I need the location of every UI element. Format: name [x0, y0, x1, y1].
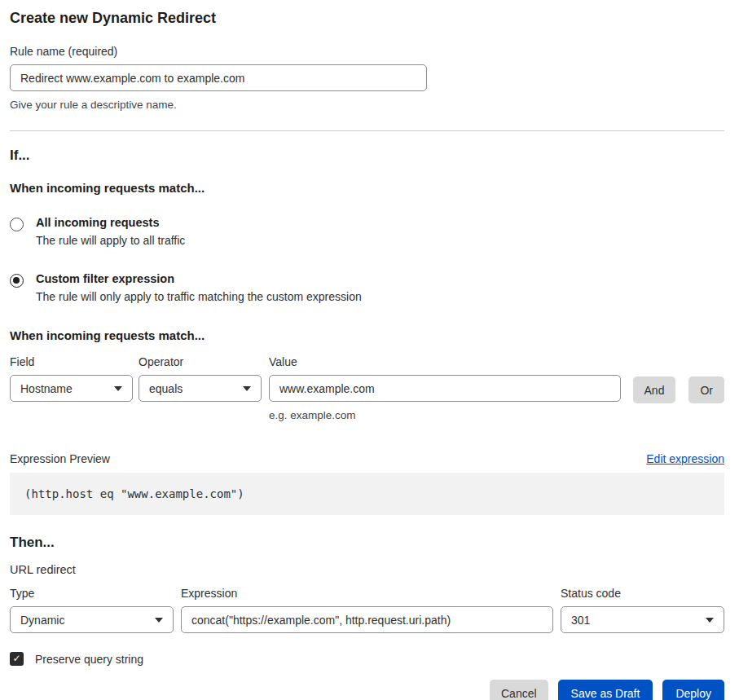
- if-heading: If...: [10, 147, 724, 164]
- rule-name-group: Rule name (required) Give your rule a de…: [10, 45, 724, 111]
- redirect-expression-input[interactable]: [181, 606, 553, 633]
- page-title: Create new Dynamic Redirect: [10, 10, 724, 27]
- rule-name-label: Rule name (required): [10, 45, 724, 58]
- type-label: Type: [10, 587, 174, 600]
- field-select[interactable]: Hostname: [10, 375, 133, 402]
- radio-option-text: Custom filter expression The rule will o…: [36, 272, 362, 303]
- chevron-down-icon: [114, 386, 122, 391]
- rule-name-help: Give your rule a descriptive name.: [10, 99, 724, 111]
- field-column: Field Hostname: [10, 355, 133, 402]
- expression-preview-code: (http.host eq "www.example.com"): [10, 473, 724, 515]
- filter-builder-row: Field Hostname Operator equals Value e.g…: [10, 355, 724, 421]
- and-button[interactable]: And: [633, 376, 676, 403]
- radio-unchecked-icon[interactable]: [10, 218, 24, 231]
- section-divider: [10, 130, 724, 131]
- preserve-query-string-option[interactable]: ✓ Preserve query string: [10, 652, 724, 666]
- type-select-value: Dynamic: [20, 614, 64, 627]
- status-code-column: Status code 301: [561, 587, 724, 633]
- redirect-config-row: Type Dynamic Expression Status code 301: [10, 587, 724, 633]
- operator-select-value: equals: [149, 382, 183, 395]
- chevron-down-icon: [243, 386, 251, 391]
- value-input[interactable]: [269, 375, 621, 402]
- chevron-down-icon: [706, 618, 714, 623]
- status-code-label: Status code: [561, 587, 724, 600]
- operator-select[interactable]: equals: [139, 375, 262, 402]
- chevron-down-icon: [155, 618, 163, 623]
- checkbox-checked-icon[interactable]: ✓: [10, 652, 24, 666]
- value-help: e.g. example.com: [269, 409, 621, 421]
- preserve-query-string-label: Preserve query string: [35, 653, 143, 666]
- or-button[interactable]: Or: [688, 376, 724, 403]
- radio-option-label: All incoming requests: [36, 216, 185, 229]
- save-as-draft-button[interactable]: Save as Draft: [558, 680, 653, 700]
- radio-option-all-requests[interactable]: All incoming requests The rule will appl…: [10, 216, 724, 247]
- deploy-button[interactable]: Deploy: [662, 680, 724, 700]
- expression-preview-header: Expression Preview Edit expression: [10, 452, 724, 465]
- then-heading: Then...: [10, 535, 724, 551]
- expression-column: Expression: [181, 587, 553, 633]
- status-code-select[interactable]: 301: [561, 606, 724, 633]
- field-select-value: Hostname: [20, 382, 73, 395]
- expression-preview-label: Expression Preview: [10, 452, 110, 465]
- type-column: Type Dynamic: [10, 587, 174, 633]
- radio-checked-icon[interactable]: [10, 274, 24, 288]
- radio-option-text: All incoming requests The rule will appl…: [36, 216, 185, 247]
- radio-option-description: The rule will apply to all traffic: [36, 234, 185, 247]
- create-redirect-form: Create new Dynamic Redirect Rule name (r…: [0, 0, 739, 700]
- operator-label: Operator: [139, 355, 262, 368]
- footer-actions: Cancel Save as Draft Deploy: [10, 680, 724, 700]
- type-select[interactable]: Dynamic: [10, 606, 174, 633]
- incoming-requests-heading: When incoming requests match...: [10, 181, 724, 195]
- radio-option-label: Custom filter expression: [36, 272, 362, 285]
- edit-expression-link[interactable]: Edit expression: [646, 452, 724, 465]
- filter-heading: When incoming requests match...: [10, 328, 724, 342]
- cancel-button[interactable]: Cancel: [490, 680, 548, 700]
- url-redirect-label: URL redirect: [10, 563, 724, 576]
- radio-option-description: The rule will only apply to traffic matc…: [36, 290, 362, 303]
- operator-column: Operator equals: [139, 355, 262, 402]
- radio-option-custom-filter[interactable]: Custom filter expression The rule will o…: [10, 272, 724, 303]
- value-label: Value: [269, 355, 621, 368]
- expression-label: Expression: [181, 587, 553, 600]
- rule-name-input[interactable]: [10, 64, 427, 91]
- status-code-select-value: 301: [571, 614, 590, 627]
- value-column: Value e.g. example.com: [269, 355, 621, 421]
- field-label: Field: [10, 355, 133, 368]
